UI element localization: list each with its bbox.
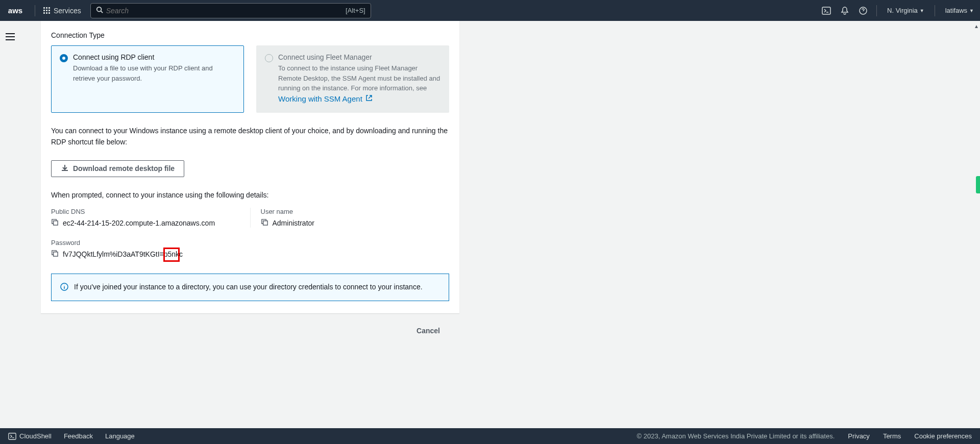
svg-rect-7 [46, 12, 47, 14]
search-input[interactable] [106, 7, 346, 15]
svg-rect-3 [43, 10, 45, 11]
aws-logo[interactable]: aws [0, 6, 31, 15]
caret-down-icon: ▼ [920, 8, 924, 13]
caret-down-icon: ▼ [969, 8, 974, 13]
svg-rect-8 [48, 12, 50, 14]
top-nav: aws Services [Alt+S] N. Virginia▼ latifa… [0, 0, 980, 21]
services-label: Services [54, 7, 81, 15]
notifications-icon-button[interactable] [836, 1, 854, 21]
search-icon [96, 6, 103, 15]
svg-rect-5 [48, 10, 50, 11]
svg-rect-2 [48, 7, 50, 9]
svg-line-10 [101, 11, 103, 13]
svg-rect-4 [46, 10, 47, 11]
search-shortcut: [Alt+S] [346, 7, 365, 14]
grid-icon [43, 7, 51, 14]
region-selector[interactable]: N. Virginia▼ [881, 7, 930, 14]
svg-rect-0 [43, 7, 45, 9]
svg-rect-6 [43, 12, 45, 14]
cloudshell-icon-button[interactable] [817, 1, 836, 21]
account-menu[interactable]: latifaws▼ [939, 7, 980, 14]
help-icon-button[interactable] [854, 1, 872, 21]
divider [35, 5, 35, 16]
services-menu[interactable]: Services [39, 7, 85, 15]
svg-point-9 [96, 7, 101, 12]
svg-rect-1 [46, 7, 47, 9]
search-bar[interactable]: [Alt+S] [90, 3, 371, 18]
